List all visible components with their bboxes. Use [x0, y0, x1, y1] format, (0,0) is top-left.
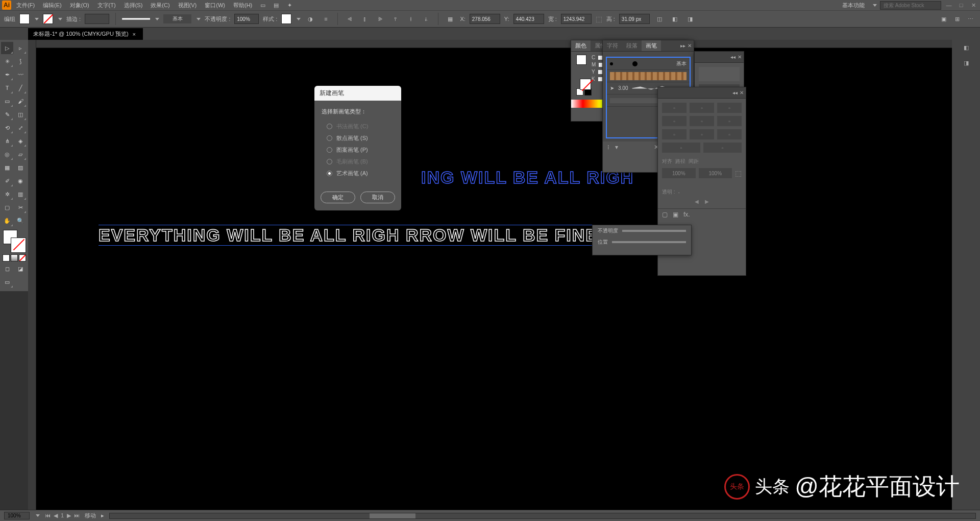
panel-close-icon[interactable]: ✕: [740, 90, 744, 96]
transform-ref-icon[interactable]: ▦: [445, 13, 456, 25]
document-tab[interactable]: 未标题-1* @ 100% (CMYK/GPU 预览) ×: [28, 28, 143, 40]
tab-color[interactable]: 颜色: [571, 40, 591, 51]
slice-tool[interactable]: ✂: [14, 201, 27, 214]
rotate-tool[interactable]: ⟲: [1, 122, 13, 134]
radio-art[interactable]: 艺术画笔 (A): [322, 168, 394, 179]
perspective-tool[interactable]: ▱: [14, 148, 27, 160]
magic-wand-tool[interactable]: ✳: [1, 55, 13, 67]
menu-edit[interactable]: 编辑(E): [40, 1, 65, 10]
ruler-vertical[interactable]: [28, 40, 36, 510]
tab-align[interactable]: 对齐: [662, 158, 672, 165]
align-btn[interactable]: ▫: [717, 116, 742, 126]
selection-tool[interactable]: ▷: [1, 42, 13, 54]
panel-fill-stroke[interactable]: [576, 55, 587, 83]
fill-stroke-control[interactable]: [3, 230, 26, 252]
menu-file[interactable]: 文件(F): [13, 1, 38, 10]
screen-mode[interactable]: ▭: [1, 276, 13, 288]
minimize-button[interactable]: —: [944, 2, 953, 9]
arrange-icon[interactable]: ▤: [271, 0, 282, 11]
radio-pattern[interactable]: 图案画笔 (P): [322, 144, 394, 156]
blend-tool[interactable]: ◉: [14, 175, 27, 187]
prev-artboard-icon[interactable]: ◀: [54, 512, 58, 519]
panel-collapse-icon[interactable]: ◂◂: [730, 54, 736, 60]
chevron-down-icon[interactable]: [155, 18, 159, 20]
align-btn[interactable]: ▫: [690, 103, 714, 113]
status-menu-icon[interactable]: ▸: [101, 512, 104, 519]
align-left-icon[interactable]: ⫷: [344, 13, 355, 25]
panel-collapse-icon[interactable]: ◂◂: [732, 90, 738, 96]
fill-swatch[interactable]: [19, 14, 30, 24]
shaper-tool[interactable]: ✎: [1, 108, 13, 121]
link-icon[interactable]: ⬚: [735, 169, 742, 177]
line-tool[interactable]: ╱: [14, 82, 27, 94]
zoom-tool[interactable]: 🔍: [14, 215, 27, 227]
panel-menu-icon[interactable]: ⋯: [965, 13, 976, 25]
edit-contents-icon[interactable]: ◨: [684, 13, 696, 25]
chevron-down-icon[interactable]: [297, 18, 301, 20]
eyedropper-tool[interactable]: ✐: [1, 175, 13, 187]
position-slider[interactable]: [612, 241, 686, 243]
panel-opt1-icon[interactable]: ▢: [662, 211, 668, 218]
stroke-weight-input[interactable]: [85, 14, 109, 24]
artboard-number[interactable]: 1: [61, 512, 64, 519]
align-btn[interactable]: ▫: [662, 103, 687, 113]
hand-tool[interactable]: ✋: [1, 215, 13, 227]
panel-opt2-icon[interactable]: ▣: [673, 211, 678, 218]
menu-window[interactable]: 窗口(W): [202, 1, 228, 10]
scale-x[interactable]: 100%: [662, 168, 696, 178]
tab-path[interactable]: 路径: [675, 158, 685, 165]
opacity-slider[interactable]: [622, 230, 686, 232]
dock-icon[interactable]: ◧: [952, 40, 980, 55]
tab-paragraph[interactable]: 段落: [622, 40, 642, 51]
style-swatch[interactable]: [281, 14, 291, 24]
align-btn[interactable]: ▫: [662, 143, 700, 153]
canvas[interactable]: ING WILL BE ALL RIGH EVERYTHING WILL BE …: [28, 40, 952, 510]
align-btn[interactable]: ▫: [690, 116, 714, 126]
mesh-tool[interactable]: ▦: [1, 161, 13, 174]
stock-search-input[interactable]: [880, 1, 941, 10]
prefs-icon[interactable]: ⊞: [951, 13, 963, 25]
lasso-tool[interactable]: ⟆: [14, 55, 27, 67]
close-button[interactable]: ✕: [969, 2, 978, 9]
opacity-input[interactable]: [234, 14, 259, 24]
menu-type[interactable]: 文字(T): [94, 1, 119, 10]
align-btn[interactable]: ▫: [662, 129, 687, 139]
brush-lib-menu-icon[interactable]: ▾: [615, 144, 618, 151]
cancel-button[interactable]: 取消: [360, 192, 395, 203]
align-top-icon[interactable]: ⫯: [390, 13, 401, 25]
brush-item[interactable]: 基本: [607, 58, 690, 70]
chevron-down-icon[interactable]: [197, 18, 201, 20]
align-right-icon[interactable]: ⫸: [375, 13, 386, 25]
color-mode-gradient[interactable]: [11, 254, 18, 262]
tab-spacing[interactable]: 间距: [689, 158, 699, 165]
shape-builder-tool[interactable]: ◎: [1, 148, 13, 160]
tab-character[interactable]: 字符: [603, 40, 622, 51]
swatch-black[interactable]: [584, 88, 592, 96]
pen-tool[interactable]: ✒: [1, 68, 13, 81]
panel-close-icon[interactable]: ✕: [738, 54, 742, 60]
ruler-horizontal[interactable]: [28, 40, 952, 48]
gradient-tool[interactable]: ▨: [14, 161, 27, 174]
x-input[interactable]: [470, 14, 500, 24]
column-graph-tool[interactable]: ▥: [14, 188, 27, 200]
y-input[interactable]: [513, 14, 544, 24]
next-icon[interactable]: ▶: [705, 199, 709, 204]
menu-object[interactable]: 对象(O): [67, 1, 92, 10]
direct-selection-tool[interactable]: ▹: [14, 42, 27, 54]
maximize-button[interactable]: □: [957, 2, 966, 9]
next-artboard-icon[interactable]: ▶: [67, 512, 71, 519]
menu-select[interactable]: 选择(S): [121, 1, 146, 10]
prev-icon[interactable]: ◀: [695, 199, 699, 204]
type-tool[interactable]: T: [1, 82, 13, 94]
panel-collapse-icon[interactable]: ▸▸: [680, 43, 685, 49]
brush-definition[interactable]: 基本: [163, 14, 191, 23]
gpu-icon[interactable]: ✦: [284, 0, 295, 11]
align-hcenter-icon[interactable]: ⫿: [359, 13, 371, 25]
scale-y[interactable]: 100%: [699, 168, 732, 178]
curvature-tool[interactable]: 〰: [14, 68, 27, 81]
panel-close-icon[interactable]: ✕: [688, 43, 692, 49]
align-btn[interactable]: ▫: [717, 129, 742, 139]
doc-setup-icon[interactable]: ▣: [938, 13, 949, 25]
symbol-sprayer-tool[interactable]: ✲: [1, 188, 13, 200]
zoom-input[interactable]: [4, 512, 30, 519]
